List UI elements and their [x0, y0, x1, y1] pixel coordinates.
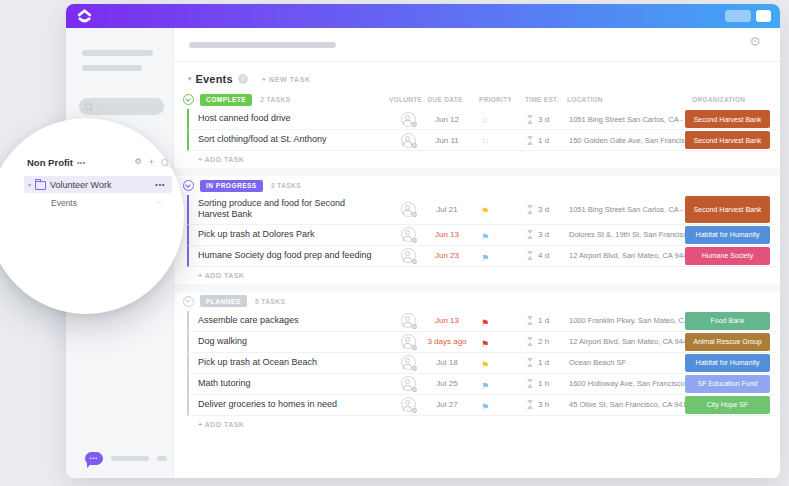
- task-name[interactable]: Sorting produce and food for Second Harv…: [189, 195, 391, 224]
- time-estimate[interactable]: 3 d: [513, 205, 561, 214]
- priority-flag-icon[interactable]: ⚑: [481, 381, 489, 391]
- assignee-avatar-placeholder[interactable]: ⚙: [401, 376, 416, 391]
- organization-badge[interactable]: Food Bank: [685, 312, 770, 330]
- assignee-avatar-placeholder[interactable]: ⚙: [401, 227, 416, 242]
- organization-badge[interactable]: Second Harvest Bank: [685, 131, 770, 149]
- search-icon[interactable]: [161, 159, 168, 166]
- assignee-avatar-placeholder[interactable]: ⚙: [401, 355, 416, 370]
- task-row[interactable]: Math tutoring ⚙ Jul 25 ⚑ 1 h 1600 Hollow…: [187, 374, 778, 395]
- task-name[interactable]: Deliver groceries to homes in need: [189, 396, 391, 413]
- sidebar-search-input[interactable]: [79, 98, 164, 115]
- priority-flag-icon[interactable]: ⚑: [481, 360, 489, 370]
- gear-icon[interactable]: ⚙: [135, 158, 142, 166]
- priority-flag-icon[interactable]: ⚑: [481, 206, 489, 216]
- task-row[interactable]: Pick up trash at Dolores Park ⚙ Jun 13 ⚑…: [187, 225, 778, 246]
- organization-badge[interactable]: Habitat for Humanity: [685, 226, 770, 244]
- task-name[interactable]: Dog walking: [189, 333, 391, 350]
- location[interactable]: 1600 Holloway Ave, San Francisco, CA 941…: [561, 379, 685, 388]
- group-toggle-icon[interactable]: [183, 180, 194, 191]
- location[interactable]: 12 Airport Blvd, San Mateo, CA 94401: [561, 337, 685, 346]
- add-task-button[interactable]: + ADD TASK: [187, 416, 778, 433]
- priority-flag-icon[interactable]: ⚐: [481, 137, 489, 147]
- due-date[interactable]: Jul 21: [425, 205, 469, 214]
- assignee-avatar-placeholder[interactable]: ⚙: [401, 133, 416, 148]
- status-badge[interactable]: IN PROGRESS: [200, 180, 263, 192]
- column-header-due-date[interactable]: DUE DATE: [423, 96, 467, 103]
- assignee-avatar-placeholder[interactable]: ⚙: [401, 397, 416, 412]
- priority-flag-icon[interactable]: ⚑: [481, 402, 489, 412]
- organization-badge[interactable]: City Hope SF: [685, 396, 770, 414]
- column-header-volunteer[interactable]: VOLUNTE...: [389, 96, 423, 103]
- status-badge[interactable]: PLANNED: [200, 295, 247, 307]
- priority-flag-icon[interactable]: ⚑: [481, 339, 489, 349]
- column-header-priority[interactable]: PRIORITY: [467, 96, 511, 103]
- column-header-location[interactable]: LOCATION: [559, 96, 683, 103]
- time-estimate[interactable]: 3 d: [513, 230, 561, 239]
- organization-badge[interactable]: Habitat for Humanity: [685, 354, 770, 372]
- group-toggle-icon[interactable]: [183, 94, 194, 105]
- due-date[interactable]: Jun 12: [425, 115, 469, 124]
- time-estimate[interactable]: 3 d: [513, 115, 561, 124]
- help-chat-button[interactable]: •••: [85, 452, 103, 465]
- location[interactable]: Dolores St &, 19th St, San Francisco, CA…: [561, 230, 685, 239]
- location[interactable]: 12 Airport Blvd, San Mateo, CA 94401: [561, 251, 685, 260]
- task-row[interactable]: Assemble care packages ⚙ Jun 13 ⚑ 1 d 10…: [187, 311, 778, 332]
- organization-badge[interactable]: Animal Rescue Group: [685, 333, 770, 351]
- task-name[interactable]: Pick up trash at Ocean Beach: [189, 354, 391, 371]
- location[interactable]: Ocean Beach SF: [561, 358, 685, 367]
- time-estimate[interactable]: 1 h: [513, 379, 561, 388]
- task-row[interactable]: Pick up trash at Ocean Beach ⚙ Jul 18 ⚑ …: [187, 353, 778, 374]
- add-task-button[interactable]: + ADD TASK: [187, 151, 778, 168]
- task-row[interactable]: Humane Society dog food prep and feeding…: [187, 246, 778, 267]
- due-date[interactable]: Jun 11: [425, 136, 469, 145]
- organization-badge[interactable]: SF Education Fund: [685, 375, 770, 393]
- add-task-button[interactable]: + ADD TASK: [187, 267, 778, 284]
- time-estimate[interactable]: 1 d: [513, 358, 561, 367]
- organization-badge[interactable]: Humane Society: [685, 247, 770, 265]
- task-name[interactable]: Sort clothing/food at St. Anthony: [189, 131, 391, 148]
- organization-badge[interactable]: Second Harvest Bank: [685, 110, 770, 128]
- assignee-avatar-placeholder[interactable]: ⚙: [401, 334, 416, 349]
- column-header-organization[interactable]: ORGANIZATION: [683, 96, 778, 103]
- status-badge[interactable]: COMPLETE: [200, 94, 252, 106]
- task-row[interactable]: Deliver groceries to homes in need ⚙ Jul…: [187, 395, 778, 416]
- topbar-button-placeholder[interactable]: [725, 10, 751, 22]
- sidebar-item-events[interactable]: Events ⋯: [24, 195, 172, 211]
- due-date[interactable]: Jul 25: [425, 379, 469, 388]
- task-name[interactable]: Humane Society dog food prep and feeding: [189, 247, 391, 264]
- space-menu-icon[interactable]: •••: [77, 159, 86, 166]
- time-estimate[interactable]: 1 d: [513, 316, 561, 325]
- priority-flag-icon[interactable]: ⚑: [481, 232, 489, 242]
- assignee-avatar-placeholder[interactable]: ⚙: [401, 248, 416, 263]
- location[interactable]: 150 Golden Gate Ave, San Francisco, CA 9…: [561, 136, 685, 145]
- task-name[interactable]: Host canned food drive: [189, 110, 391, 127]
- due-date[interactable]: Jul 27: [425, 400, 469, 409]
- folder-menu-icon[interactable]: •••: [155, 180, 165, 189]
- location[interactable]: 1000 Franklin Pkwy, San Mateo, CA 94403: [561, 316, 685, 325]
- priority-flag-icon[interactable]: ⚑: [481, 318, 489, 328]
- collapse-chevron-icon[interactable]: ▾: [188, 75, 192, 83]
- assignee-avatar-placeholder[interactable]: ⚙: [401, 313, 416, 328]
- location[interactable]: 45 Olive St, San Francisco, CA 94109: [561, 400, 685, 409]
- task-row[interactable]: Host canned food drive ⚙ Jun 12 ⚐ 3 d 10…: [187, 109, 778, 130]
- sidebar-item-volunteer-work[interactable]: ▾ Volunteer Work •••: [24, 176, 172, 193]
- group-toggle-icon[interactable]: [183, 296, 194, 307]
- task-row[interactable]: Sort clothing/food at St. Anthony ⚙ Jun …: [187, 130, 778, 151]
- assignee-avatar-placeholder[interactable]: ⚙: [401, 202, 416, 217]
- location[interactable]: 1051 Bing Street San Carlos, CA - 94070: [561, 205, 685, 214]
- time-estimate[interactable]: 3 h: [513, 400, 561, 409]
- priority-flag-icon[interactable]: ⚐: [481, 116, 489, 126]
- location[interactable]: 1051 Bing Street San Carlos, CA - 94070: [561, 115, 685, 124]
- time-estimate[interactable]: 2 h: [513, 337, 561, 346]
- clickup-logo-icon[interactable]: [76, 8, 93, 25]
- task-row[interactable]: Sorting produce and food for Second Harv…: [187, 195, 778, 225]
- due-date[interactable]: Jun 13: [425, 230, 469, 239]
- due-date[interactable]: Jun 23: [425, 251, 469, 260]
- priority-flag-icon[interactable]: ⚑: [481, 253, 489, 263]
- info-icon[interactable]: i: [238, 74, 248, 84]
- time-estimate[interactable]: 4 d: [513, 251, 561, 260]
- due-date[interactable]: Jun 13: [425, 316, 469, 325]
- plus-icon[interactable]: +: [149, 158, 154, 167]
- column-header-time-est[interactable]: TIME EST.: [511, 96, 559, 103]
- task-name[interactable]: Math tutoring: [189, 375, 391, 392]
